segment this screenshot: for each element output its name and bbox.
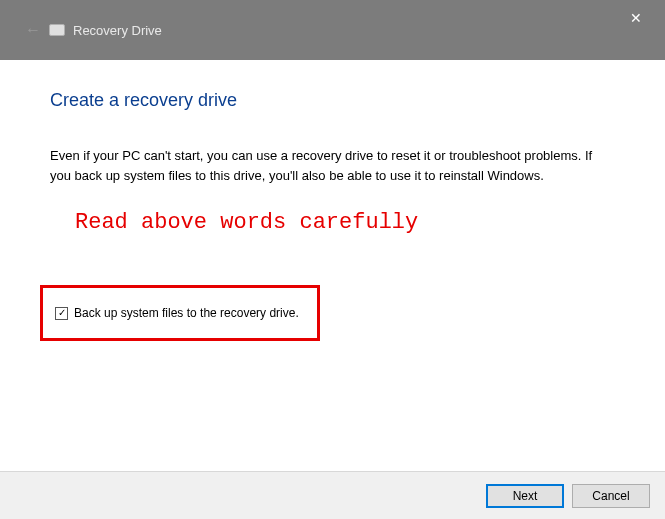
page-heading: Create a recovery drive	[50, 90, 615, 111]
annotation-text: Read above words carefully	[75, 210, 615, 235]
footer: Next Cancel	[0, 471, 665, 519]
titlebar: ← Recovery Drive ✕	[0, 0, 665, 60]
checkbox-row: ✓ Back up system files to the recovery d…	[55, 306, 305, 320]
description-text: Even if your PC can't start, you can use…	[50, 146, 615, 185]
checkbox-label: Back up system files to the recovery dri…	[74, 306, 299, 320]
next-button[interactable]: Next	[486, 484, 564, 508]
window-title: Recovery Drive	[73, 23, 162, 38]
back-arrow-icon: ←	[25, 21, 41, 39]
backup-checkbox[interactable]: ✓	[55, 307, 68, 320]
close-button[interactable]: ✕	[622, 8, 650, 28]
cancel-button[interactable]: Cancel	[572, 484, 650, 508]
content-area: Create a recovery drive Even if your PC …	[0, 60, 665, 460]
annotation-highlight-box: ✓ Back up system files to the recovery d…	[40, 285, 320, 341]
drive-icon	[49, 24, 65, 36]
